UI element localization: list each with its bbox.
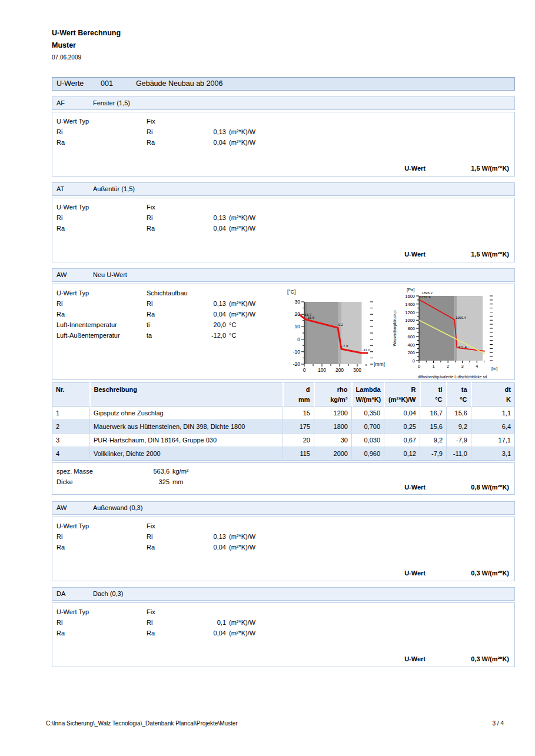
table-cell: 0,350 [352,407,384,420]
banner-name: Gebäude Neubau ab 2006 [136,78,222,90]
param-value: 20,0 [208,319,226,330]
param-label: Ra [57,628,147,638]
table-cell: -7,9 [420,447,447,461]
temperature-chart: -20-100102030010020030016.715.69.2-7.9-1… [284,286,385,379]
param-key: Ra [147,542,208,552]
param-label: U-Wert Typ [57,202,147,212]
param-label: Luft-Innentemperatur [57,319,147,330]
table-cell: Vollklinker, Dichte 2000 [90,447,283,461]
summary-unit: mm [172,477,183,487]
section-name: Fenster (1,5) [93,97,130,109]
param-key: Fix [147,116,208,126]
table-header-cell: rhokg/m³ [314,383,352,407]
param-key: Fix [147,202,208,212]
param-row: Ri Ri 0,1 (m²*K)/W [57,617,509,628]
table-cell: 0,25 [384,420,420,434]
param-label: U-Wert Typ [57,116,147,126]
svg-text:9.2: 9.2 [338,323,344,327]
svg-text:30: 30 [295,299,301,305]
table-cell: 15,6 [447,407,471,420]
summary-value: 325 [148,477,170,487]
table-cell: Mauerwerk aus Hüttensteinen, DIN 398, Di… [90,420,283,434]
uwerte-banner: U-Werte 001 Gebäude Neubau ab 2006 [52,77,515,91]
uwert-value: 0,8 W/(m²*K) [426,484,509,491]
svg-text:0: 0 [303,367,306,373]
vapor-pressure-chart: 02004006008001000120014001600012341896.2… [391,284,517,384]
table-cell: 0,04 [384,407,420,420]
param-row: U-Wert Typ Fix [57,607,509,617]
param-unit: °C [229,319,236,330]
param-unit: °C [229,330,236,341]
uwert-label: U-Wert [404,655,426,662]
table-cell: 1 [52,407,90,420]
table-cell: 9,2 [420,434,447,447]
svg-text:1400: 1400 [405,302,415,307]
section-da: DA Dach (0,3) U-Wert Typ Fix Ri Ri 0,1 (… [52,587,515,667]
svg-text:300: 300 [353,367,361,373]
uwert-result-row: U-Wert 0,8 W/(m²*K) [404,484,509,491]
param-value [208,202,226,212]
uwert-label: U-Wert [404,570,426,577]
table-header-cell: Nr. [52,383,90,407]
table-cell: 6,4 [471,420,515,434]
param-label: Ra [57,223,147,234]
svg-text:15.6: 15.6 [307,316,314,319]
param-label: Ri [57,531,147,542]
page-footer: C:\Inna Sicherung\_Walz Tecnologia\_Date… [46,720,504,727]
param-row: U-Wert Typ Fix [57,521,509,531]
summary-unit: kg/m² [172,466,189,477]
svg-text:2: 2 [447,364,449,369]
section-body: U-Wert Typ Fix Ri Ri 0,13 (m²*K)/W Ra Ra… [52,198,515,262]
section-body: U-Wert Typ Fix Ri Ri 0,13 (m²*K)/W Ra Ra… [52,517,515,581]
table-cell: 0,12 [384,447,420,461]
table-cell: 15 [283,407,314,420]
section-header: AW Neu U-Wert [52,268,515,282]
table-cell: 0,67 [384,434,420,447]
document-header: U-Wert Berechnung Muster 07.06.2009 [52,0,515,62]
param-value: 0,04 [208,542,226,552]
section-header: AW Außenwand (0,3) [52,501,515,515]
summary-box: spez. Masse 563,6 kg/m² Dicke 325 mm U-W… [52,462,515,495]
table-cell: -11,0 [447,447,471,461]
svg-text:1767.9: 1767.9 [420,295,431,299]
table-cell: 9,2 [447,420,471,434]
table-row: 4Vollklinker, Dichte 200011520000,9600,1… [52,447,515,461]
param-key: Ri [147,298,208,309]
summary-value: 563,6 [148,466,170,477]
section-header: AT Außentür (1,5) [52,182,515,196]
table-cell: 0,030 [352,434,384,447]
param-key: Fix [147,521,208,531]
section-code: DA [57,588,93,600]
param-unit: (m²*K)/W [229,298,255,309]
summary-label: spez. Masse [57,466,148,477]
svg-text:1896.2: 1896.2 [421,291,433,295]
param-value: 0,04 [208,137,226,148]
section-code: AW [57,269,93,281]
table-header-cell: LambdaW/(m*K) [352,383,384,407]
param-unit: (m²*K)/W [229,628,255,638]
param-label: Ra [57,542,147,552]
param-value [208,288,226,298]
table-cell: 20 [283,434,314,447]
param-row: Ra Ra 0,04 (m²*K)/W [57,137,509,148]
table-cell: 15,6 [420,420,447,434]
section-body: U-Wert Typ Fix Ri Ri 0,1 (m²*K)/W Ra Ra … [52,602,515,667]
param-key: Fix [147,607,208,617]
report-page: U-Wert Berechnung Muster 07.06.2009 U-We… [0,0,535,756]
table-cell: 2000 [314,447,352,461]
svg-text:1: 1 [432,364,434,369]
svg-text:1600: 1600 [405,294,415,299]
uwert-value: 1,5 W/(m²*K) [426,165,509,172]
svg-text:1000: 1000 [405,318,415,323]
param-value [208,607,226,617]
uwert-label: U-Wert [404,251,426,258]
param-row: Ri Ri 0,13 (m²*K)/W [57,126,509,137]
param-key: Ra [147,137,208,148]
page-title: U-Wert Berechnung [52,27,515,39]
table-cell: 3 [52,434,90,447]
section-body: U-Wert Typ Fix Ri Ri 0,13 (m²*K)/W Ra Ra… [52,112,515,176]
param-row: Ra Ra 0,04 (m²*K)/W [57,223,509,234]
svg-text:-7.9: -7.9 [342,344,348,348]
param-unit: (m²*K)/W [229,542,255,552]
section-code: AF [57,97,93,109]
